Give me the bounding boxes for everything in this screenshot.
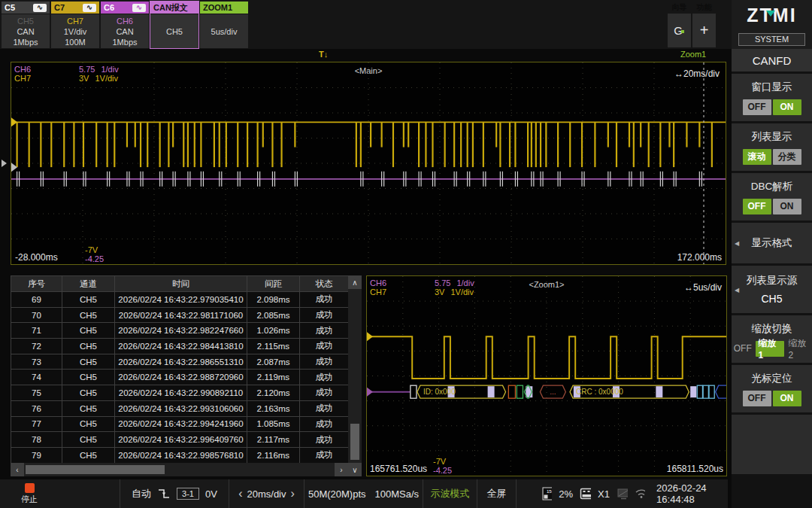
toggle-option[interactable]: 分类 xyxy=(773,149,801,165)
tab-label: C7 xyxy=(54,3,65,12)
table-row[interactable]: 79CH52026/02/24 16:43:22.9985768102.116m… xyxy=(11,447,349,463)
sidebar-item-dbc-parse[interactable]: DBC解析OFFON xyxy=(732,173,812,221)
scroll-down-icon[interactable]: ∨ xyxy=(348,463,362,476)
table-row[interactable]: 74CH52026/02/24 16:43:22.9887209602.119m… xyxy=(11,370,349,385)
horizontal-scroll-thumb[interactable] xyxy=(26,465,165,474)
scroll-left-icon[interactable]: ‹ xyxy=(11,463,24,476)
mode-group: 示波模式 xyxy=(423,479,477,508)
table-row[interactable]: 70CH52026/02/24 16:43:22.9811710602.085m… xyxy=(11,307,349,323)
brand-panel: ZTMI SYSTEM xyxy=(732,0,812,49)
toggle-option[interactable]: OFF xyxy=(743,391,771,406)
tab-c7[interactable]: C7∿CH71V/div100M xyxy=(51,2,99,48)
tab-body-line: CAN xyxy=(17,26,34,37)
scroll-up-icon[interactable]: ∧ xyxy=(348,275,362,289)
horizontal-scrollbar[interactable]: ‹ › xyxy=(11,463,348,476)
sidebar-item-label: 光标定位 xyxy=(752,372,792,385)
vertical-scrollbar[interactable]: ∧ ∨ xyxy=(348,275,362,476)
channel-tabs: C5∿CH5CAN1MbpsC7∿CH71V/div100MC6∿CH6CAN1… xyxy=(2,2,248,48)
trigger-level-value[interactable]: 0V xyxy=(205,488,217,500)
table-cell: CH5 xyxy=(62,339,115,354)
zoom-waveform-panel[interactable]: CH65.751/div CH73V1V/div <Zoom1> ↔5us/di… xyxy=(366,275,727,476)
external-display-icon[interactable] xyxy=(617,488,628,500)
stop-icon xyxy=(25,483,35,493)
tab-header: CAN报文 xyxy=(150,2,198,14)
tab-zoom1[interactable]: ZOOM15us/div xyxy=(200,2,248,48)
timebase-decrease-chevron[interactable]: ‹ xyxy=(238,489,242,498)
toggle-group: 滚动分类 xyxy=(743,149,801,165)
tab-body-line: CAN xyxy=(116,26,133,37)
vertical-scroll-thumb[interactable] xyxy=(350,424,359,460)
decode-field-label: ... xyxy=(550,388,556,396)
fullscreen-button[interactable]: 全屏 xyxy=(487,487,507,500)
timebase-value[interactable]: 20ms/div xyxy=(247,488,286,500)
table-cell: 1.085ms xyxy=(247,416,300,432)
stop-label: 停止 xyxy=(21,494,38,505)
column-header: 时间 xyxy=(115,276,247,292)
toggle-option[interactable]: ON xyxy=(773,99,801,115)
sampling-group: 50M(20M)pts 100MSa/s xyxy=(304,479,423,508)
table-cell: 74 xyxy=(11,370,62,385)
table-row[interactable]: 75CH52026/02/24 16:43:22.9908921102.120m… xyxy=(11,385,349,401)
toggle-group: OFFON xyxy=(743,391,801,406)
tab-body: 5us/div xyxy=(200,14,248,48)
tab-body: CH6CAN1Mbps xyxy=(101,14,149,48)
falling-edge-trigger-icon[interactable] xyxy=(157,488,171,500)
toggle-option[interactable]: 缩放2 xyxy=(786,341,812,357)
message-table-grid[interactable]: 序号通道时间间距状态 69CH52026/02/24 16:43:22.9790… xyxy=(11,275,349,464)
table-row[interactable]: 73CH52026/02/24 16:43:22.9865513102.087m… xyxy=(11,354,349,370)
top-bar: C5∿CH5CAN1MbpsC7∿CH71V/div100MC6∿CH6CAN1… xyxy=(0,0,812,49)
table-cell: 成功 xyxy=(300,370,349,385)
sidebar-item-label: 列表显示 xyxy=(752,130,792,144)
sidebar-item-zoom-switch[interactable]: 缩放切换OFF缩放1缩放2 xyxy=(732,315,812,363)
toggle-option[interactable]: 缩放1 xyxy=(756,341,784,357)
main-scope-canvas xyxy=(11,62,726,264)
toggle-option[interactable]: OFF xyxy=(743,199,771,214)
table-row[interactable]: 76CH52026/02/24 16:43:22.9931060602.163m… xyxy=(11,400,349,416)
function-button[interactable]: 功能 + xyxy=(692,2,716,47)
toggle-option[interactable]: ON xyxy=(773,199,801,214)
sidebar-item-label: 缩放切换 xyxy=(752,322,792,336)
sidebar-item-cursor-position[interactable]: 光标定位OFFON xyxy=(732,365,812,412)
tab-c5[interactable]: C5∿CH5CAN1Mbps xyxy=(2,2,50,48)
trigger-mode-auto[interactable]: 自动 xyxy=(132,487,151,500)
table-cell: CH5 xyxy=(62,400,115,416)
toggle-option[interactable]: ON xyxy=(773,391,801,406)
toggle-option[interactable]: 滚动 xyxy=(743,149,771,165)
tab-body-line: 1Mbps xyxy=(112,37,137,47)
table-row[interactable]: 78CH52026/02/24 16:43:22.9964097602.117m… xyxy=(11,432,349,448)
sidebar-item-window-display[interactable]: 窗口显示OFFON xyxy=(732,74,812,121)
trigger-position-marker[interactable]: T↓ xyxy=(319,50,328,59)
tab-header: ZOOM1 xyxy=(200,2,248,14)
toggle-option[interactable]: OFF xyxy=(732,341,754,357)
table-body: 69CH52026/02/24 16:43:22.9790354102.098m… xyxy=(11,292,349,464)
main-waveform-panel[interactable]: CH65.751/div CH73V1V/div <Main> ↔20ms/di… xyxy=(11,62,726,265)
tab-body-line: 1V/div xyxy=(64,26,87,37)
sidebar-item-blank xyxy=(732,415,812,474)
table-cell: 成功 xyxy=(300,339,349,354)
tab-can-msg[interactable]: CAN报文CH5 xyxy=(150,2,198,48)
table-cell: CH5 xyxy=(62,323,115,339)
zoom-scope-canvas: ID: 0x000...CRC : 0x0000 xyxy=(367,276,726,476)
table-row[interactable]: 77CH52026/02/24 16:43:22.9942419601.085m… xyxy=(11,416,349,432)
trigger-source-badge[interactable]: 3-1 xyxy=(177,488,199,500)
sidebar-item-display-format[interactable]: ◀显示格式 xyxy=(732,223,812,263)
timebase-increase-chevron[interactable]: › xyxy=(291,489,295,498)
table-row[interactable]: 71CH52026/02/24 16:43:22.9822476601.026m… xyxy=(11,323,349,339)
tab-c6[interactable]: C6∿CH6CAN1Mbps xyxy=(101,2,149,48)
tab-body: CH71V/div100M xyxy=(51,14,99,48)
tab-body-line: CH7 xyxy=(67,16,83,26)
scroll-right-icon[interactable]: › xyxy=(335,463,348,476)
table-row[interactable]: 72CH52026/02/24 16:43:22.9844138102.115m… xyxy=(11,339,349,354)
trigger-level-edge-marker[interactable] xyxy=(2,160,7,167)
sidebar-item-list-display[interactable]: 列表显示滚动分类 xyxy=(732,123,812,171)
table-row[interactable]: 69CH52026/02/24 16:43:22.9790354102.098m… xyxy=(11,292,349,308)
stop-button[interactable]: 停止 xyxy=(21,483,38,505)
sidebar-item-list-source[interactable]: ◀列表显示源CH5 xyxy=(732,266,812,313)
usb-drive-icon[interactable] xyxy=(580,488,591,500)
system-button[interactable]: SYSTEM xyxy=(738,33,805,46)
toggle-option[interactable]: OFF xyxy=(743,99,771,115)
wifi-icon[interactable] xyxy=(635,488,645,499)
table-cell: 2.116ms xyxy=(247,447,300,463)
scope-mode-button[interactable]: 示波模式 xyxy=(431,487,470,500)
wizard-button[interactable]: 向导 G xyxy=(668,2,691,47)
